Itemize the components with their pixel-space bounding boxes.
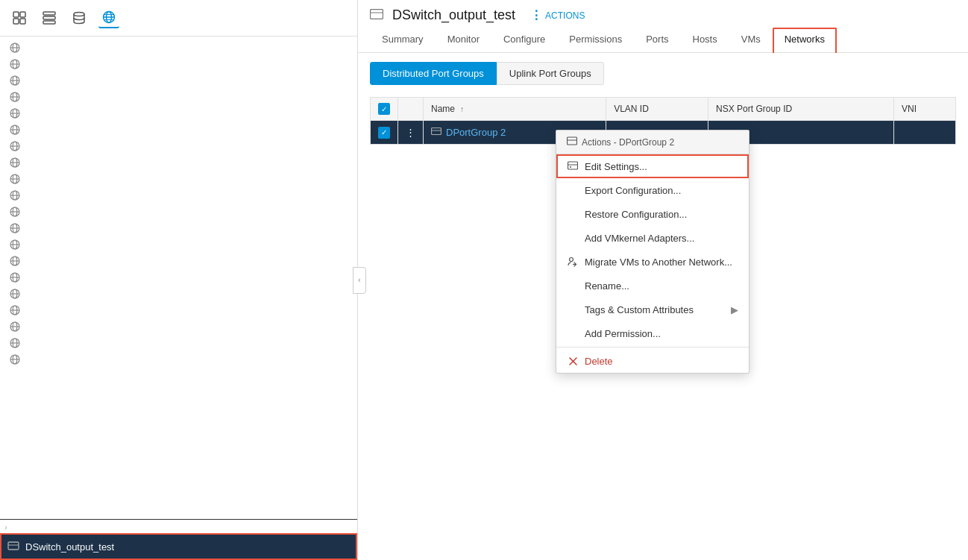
context-menu-tags-custom-attributes[interactable]: Tags & Custom Attributes ▶ <box>556 298 749 321</box>
tab-vms[interactable]: VMs <box>729 28 773 52</box>
actions-button[interactable]: ⋮ ACTIONS <box>530 8 585 22</box>
table-header-vni[interactable]: VNI <box>894 98 956 121</box>
list-item[interactable] <box>0 351 357 368</box>
network-globe-icon <box>102 10 116 24</box>
list-item[interactable] <box>0 138 357 154</box>
tab-permissions[interactable]: Permissions <box>557 28 634 52</box>
list-item[interactable] <box>0 122 357 138</box>
tab-summary[interactable]: Summary <box>370 28 436 52</box>
page-title: DSwitch_output_test <box>392 7 515 23</box>
context-menu: Actions - DPortGroup 2 Edit Settings... … <box>556 130 749 374</box>
network-icon-btn[interactable] <box>98 7 119 28</box>
network-item-icon <box>9 288 21 300</box>
sort-arrow-icon: ↑ <box>460 105 464 113</box>
network-item-icon <box>9 271 21 283</box>
network-item-icon <box>9 58 21 70</box>
row-drag-cell: ⋮ <box>398 121 424 145</box>
database-icon-btn[interactable] <box>69 7 89 28</box>
tab-configure[interactable]: Configure <box>491 28 557 52</box>
table-header-nsx-port-group-id[interactable]: NSX Port Group ID <box>708 98 894 121</box>
stack-icon-btn[interactable] <box>39 7 60 28</box>
table-header-checkbox[interactable]: ✓ <box>371 98 398 121</box>
list-item[interactable] <box>0 253 357 269</box>
restore-icon <box>567 208 579 220</box>
context-menu-export-configuration[interactable]: Export Configuration... <box>556 178 749 202</box>
tab-ports[interactable]: Ports <box>634 28 680 52</box>
port-group-icon <box>431 126 441 139</box>
delete-icon <box>567 355 579 367</box>
network-item-icon <box>9 304 21 316</box>
list-item[interactable] <box>0 236 357 253</box>
network-item-icon <box>9 189 21 201</box>
list-item[interactable] <box>0 154 357 171</box>
list-item[interactable] <box>0 286 357 302</box>
network-item-icon <box>9 239 21 251</box>
add-permission-label: Add Permission... <box>585 328 661 339</box>
network-item-icon <box>9 337 21 349</box>
context-menu-add-vmkernel[interactable]: Add VMkernel Adapters... <box>556 226 749 250</box>
network-item-icon <box>9 173 21 185</box>
svg-rect-1 <box>20 12 25 17</box>
context-menu-restore-configuration[interactable]: Restore Configuration... <box>556 202 749 226</box>
title-row: DSwitch_output_test ⋮ ACTIONS <box>370 0 956 28</box>
content-area: ✓ Name ↑ VLAN ID NSX Port Group ID VNI ✓ <box>358 85 968 560</box>
context-menu-add-permission[interactable]: Add Permission... <box>556 321 749 345</box>
tab-hosts[interactable]: Hosts <box>681 28 729 52</box>
row-checkbox-cell[interactable]: ✓ <box>371 121 398 145</box>
table-header-name[interactable]: Name ↑ <box>424 98 606 121</box>
svg-rect-6 <box>43 21 55 24</box>
context-menu-edit-settings[interactable]: Edit Settings... <box>556 154 749 178</box>
dswitch-name: DSwitch_output_test <box>25 541 114 553</box>
network-item-icon <box>9 124 21 136</box>
add-permission-icon <box>567 327 579 339</box>
list-item[interactable] <box>0 335 357 351</box>
stack-icon <box>43 11 56 25</box>
svg-rect-81 <box>568 162 578 169</box>
vmkernel-icon <box>567 232 579 244</box>
svg-rect-4 <box>43 12 55 15</box>
svg-point-7 <box>74 13 84 16</box>
svg-point-84 <box>570 258 573 262</box>
tab-networks[interactable]: Networks <box>773 28 837 54</box>
list-item[interactable] <box>0 204 357 220</box>
tab-uplink-port-groups[interactable]: Uplink Port Groups <box>497 62 604 85</box>
sidebar: ‹ › DSwitch_output_test <box>0 0 358 560</box>
tab-distributed-port-groups[interactable]: Distributed Port Groups <box>370 62 497 85</box>
network-item-icon <box>9 255 21 267</box>
add-vmkernel-label: Add VMkernel Adapters... <box>585 233 694 244</box>
sub-tabs: Distributed Port Groups Uplink Port Grou… <box>358 53 968 85</box>
context-menu-rename[interactable]: Rename... <box>556 274 749 298</box>
network-item-icon <box>9 75 21 86</box>
layout-icon-btn[interactable] <box>9 7 30 28</box>
list-item[interactable] <box>0 105 357 122</box>
table-header-vlan-id[interactable]: VLAN ID <box>606 98 708 121</box>
network-item-icon <box>9 107 21 119</box>
dswitch-icon <box>7 540 19 554</box>
database-icon <box>72 11 86 25</box>
submenu-arrow-icon: ▶ <box>731 304 738 315</box>
row-checkbox-icon[interactable]: ✓ <box>378 127 390 139</box>
list-item[interactable] <box>0 187 357 204</box>
tags-custom-attributes-label: Tags & Custom Attributes <box>585 304 694 315</box>
dswitch-header-icon <box>370 9 383 22</box>
tab-monitor[interactable]: Monitor <box>436 28 491 52</box>
header-checkbox-icon[interactable]: ✓ <box>378 103 390 115</box>
list-item[interactable] <box>0 269 357 286</box>
context-menu-divider <box>556 347 749 347</box>
list-item[interactable] <box>0 302 357 318</box>
list-item[interactable] <box>0 89 357 105</box>
list-item[interactable] <box>0 72 357 89</box>
collapse-sidebar-button[interactable]: ‹ <box>353 267 366 294</box>
list-item[interactable] <box>0 40 357 56</box>
list-item[interactable] <box>0 171 357 187</box>
row-vni <box>894 121 956 145</box>
context-menu-title: Actions - DPortGroup 2 <box>582 137 674 148</box>
dswitch-bottom-item[interactable]: DSwitch_output_test <box>0 533 357 560</box>
list-item[interactable] <box>0 318 357 335</box>
list-item[interactable] <box>0 220 357 236</box>
expand-arrow-btn[interactable]: › <box>0 521 357 533</box>
context-menu-delete[interactable]: Delete <box>556 349 749 373</box>
context-menu-migrate-vms[interactable]: Migrate VMs to Another Network... <box>556 250 749 274</box>
list-item[interactable] <box>0 56 357 72</box>
svg-rect-77 <box>432 128 441 135</box>
